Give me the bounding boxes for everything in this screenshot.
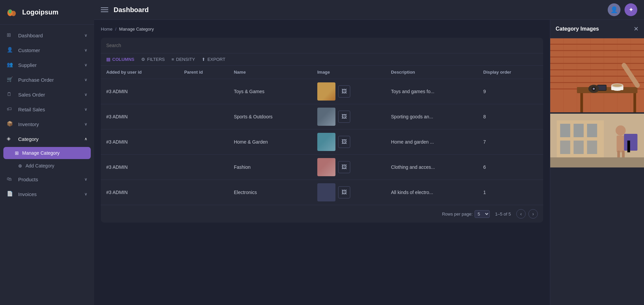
sidebar-item-dashboard[interactable]: ⊞ Dashboard ∨ bbox=[0, 28, 94, 43]
sidebar-item-inventory[interactable]: 📦 Inventory ∨ bbox=[0, 117, 94, 131]
svg-rect-5 bbox=[550, 44, 644, 45]
add-category-label: Add Category bbox=[26, 163, 54, 168]
svg-rect-44 bbox=[587, 124, 597, 137]
sidebar-item-customer[interactable]: 👤 Customer ∨ bbox=[0, 43, 94, 58]
cell-display-order: 6 bbox=[478, 155, 543, 180]
cell-image: 🖼 bbox=[312, 129, 386, 155]
table-container: ▤ COLUMNS ⚙ FILTERS ≡ DENSITY ⬆ EXPORT bbox=[101, 38, 543, 223]
col-added-by: Added by user id bbox=[101, 66, 179, 79]
svg-rect-27 bbox=[577, 87, 638, 93]
image-icon-button[interactable]: 🖼 bbox=[338, 186, 350, 198]
cell-display-order: 7 bbox=[478, 129, 543, 155]
columns-label: COLUMNS bbox=[112, 57, 134, 62]
table-row: #3 ADMIN Toys & Games 🖼 Toys and games f… bbox=[101, 79, 543, 104]
density-label: DENSITY bbox=[176, 57, 195, 62]
svg-point-33 bbox=[613, 84, 622, 87]
sidebar-item-manage-category[interactable]: ⊞ Manage Category bbox=[3, 147, 91, 159]
table-row: #3 ADMIN Sports & Outdoors 🖼 Sporting go… bbox=[101, 104, 543, 129]
panel-image-1-svg bbox=[550, 38, 644, 112]
search-input[interactable] bbox=[106, 43, 538, 48]
chevron-invoices: ∨ bbox=[84, 192, 87, 196]
density-icon: ≡ bbox=[171, 57, 174, 62]
image-icon-button[interactable]: 🖼 bbox=[338, 111, 350, 123]
sidebar-item-products[interactable]: 🛍 Products ∨ bbox=[0, 172, 94, 187]
sidebar-nav: ⊞ Dashboard ∨ 👤 Customer ∨ 👥 Supplier ∨ … bbox=[0, 25, 94, 305]
cell-description: Toys and games fo... bbox=[386, 79, 478, 104]
sidebar-item-add-category[interactable]: ⊕ Add Category bbox=[0, 160, 94, 172]
sidebar-item-purchase-order[interactable]: 🛒 Purchase Order ∨ bbox=[0, 72, 94, 87]
manage-category-icon: ⊞ bbox=[15, 150, 19, 156]
cell-image: 🖼 bbox=[312, 155, 386, 180]
chevron-category: ∧ bbox=[84, 137, 87, 141]
chevron-products: ∨ bbox=[84, 177, 87, 182]
col-parent-id: Parent id bbox=[179, 66, 229, 79]
cell-image: 🖼 bbox=[312, 79, 386, 104]
next-page-button[interactable]: › bbox=[528, 209, 538, 219]
cell-parent-id bbox=[179, 104, 229, 129]
image-icon-button[interactable]: 🖼 bbox=[338, 136, 350, 148]
magic-button[interactable]: ✦ bbox=[625, 3, 637, 16]
svg-rect-28 bbox=[580, 93, 583, 112]
chevron-purchase-order: ∨ bbox=[84, 77, 87, 82]
thumbnail bbox=[317, 183, 335, 201]
hamburger-menu[interactable] bbox=[101, 7, 108, 12]
customer-icon: 👤 bbox=[7, 47, 13, 53]
cell-parent-id bbox=[179, 129, 229, 155]
breadcrumb-home[interactable]: Home bbox=[101, 27, 113, 32]
sidebar-item-sales-order[interactable]: 🗒 Sales Order ∨ bbox=[0, 87, 94, 102]
sales-order-icon: 🗒 bbox=[7, 91, 13, 98]
svg-rect-10 bbox=[550, 58, 644, 63]
page-nav: ‹ › bbox=[516, 209, 538, 219]
sidebar-item-category[interactable]: ◈ Category ∧ bbox=[0, 131, 94, 146]
rows-per-page-select[interactable]: 5 10 25 bbox=[475, 210, 490, 218]
svg-rect-29 bbox=[634, 93, 636, 112]
add-category-icon: ⊕ bbox=[18, 163, 22, 168]
chevron-customer: ∨ bbox=[84, 48, 87, 52]
panel-close-button[interactable]: ✕ bbox=[634, 25, 639, 33]
cell-name: Fashion bbox=[229, 155, 312, 180]
cell-added-by: #3 ADMIN bbox=[101, 79, 179, 104]
sidebar-label-purchase-order: Purchase Order bbox=[18, 77, 80, 83]
sidebar-item-retail-sales[interactable]: 🏷 Retail Sales ∨ bbox=[0, 102, 94, 117]
breadcrumb: Home / Manage Category bbox=[101, 27, 543, 32]
svg-rect-4 bbox=[550, 38, 644, 44]
table-toolbar: ▤ COLUMNS ⚙ FILTERS ≡ DENSITY ⬆ EXPORT bbox=[101, 53, 543, 66]
sidebar-label-retail-sales: Retail Sales bbox=[18, 107, 80, 112]
sidebar-label-sales-order: Sales Order bbox=[18, 92, 80, 98]
prev-page-button[interactable]: ‹ bbox=[516, 209, 526, 219]
cell-display-order: 8 bbox=[478, 104, 543, 129]
panel-header: Category Images ✕ bbox=[550, 20, 644, 38]
export-button[interactable]: ⬆ EXPORT bbox=[202, 57, 225, 62]
cell-added-by: #3 ADMIN bbox=[101, 180, 179, 205]
svg-rect-49 bbox=[617, 136, 625, 152]
cell-parent-id bbox=[179, 155, 229, 180]
cell-description: Home and garden ... bbox=[386, 129, 478, 155]
filters-button[interactable]: ⚙ FILTERS bbox=[141, 57, 165, 62]
chevron-sales-order: ∨ bbox=[84, 92, 87, 97]
thumbnail bbox=[317, 133, 335, 151]
density-button[interactable]: ≡ DENSITY bbox=[171, 57, 195, 62]
panel-image-1 bbox=[550, 38, 644, 112]
user-profile-button[interactable]: 👤 bbox=[608, 3, 620, 16]
logo-text: Logoipsum bbox=[22, 8, 58, 16]
pagination: Rows per page: 5 10 25 1–5 of 5 ‹ › bbox=[101, 205, 543, 223]
dashboard-icon: ⊞ bbox=[7, 32, 13, 39]
svg-rect-11 bbox=[550, 63, 644, 64]
sidebar: Logoipsum ⊞ Dashboard ∨ 👤 Customer ∨ 👥 S… bbox=[0, 0, 94, 305]
col-display-order: Display order bbox=[478, 66, 543, 79]
sidebar-label-supplier: Supplier bbox=[18, 62, 80, 68]
inventory-icon: 📦 bbox=[7, 121, 13, 127]
cell-display-order: 9 bbox=[478, 79, 543, 104]
image-icon-button[interactable]: 🖼 bbox=[338, 85, 350, 98]
columns-button[interactable]: ▤ COLUMNS bbox=[106, 57, 134, 62]
cell-parent-id bbox=[179, 79, 229, 104]
col-image: Image bbox=[312, 66, 386, 79]
sidebar-item-supplier[interactable]: 👥 Supplier ∨ bbox=[0, 58, 94, 72]
sidebar-item-invoices[interactable]: 📄 Invoices ∨ bbox=[0, 187, 94, 201]
svg-rect-12 bbox=[550, 64, 644, 69]
cell-description: Clothing and acces... bbox=[386, 155, 478, 180]
image-icon-button[interactable]: 🖼 bbox=[338, 161, 350, 173]
category-submenu: ⊞ Manage Category ⊕ Add Category bbox=[0, 147, 94, 172]
header: Dashboard 👤 ✦ bbox=[94, 0, 644, 20]
chevron-dashboard: ∨ bbox=[84, 33, 87, 38]
